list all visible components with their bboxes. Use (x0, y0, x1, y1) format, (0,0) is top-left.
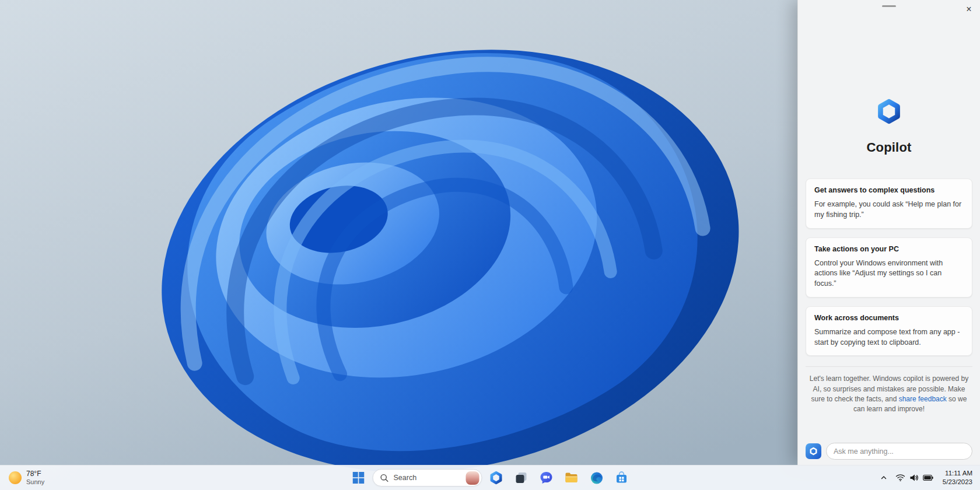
card-title: Get answers to complex questions (814, 186, 964, 194)
taskbar-app-store[interactable] (611, 467, 633, 489)
card-title: Take actions on your PC (814, 245, 964, 253)
system-status-button[interactable] (891, 468, 937, 488)
ask-input-row (798, 443, 980, 466)
card-body: Summarize and compose text from any app … (814, 327, 964, 348)
weather-widget-button[interactable]: 78°F Sunny (4, 467, 50, 489)
copilot-taskbar-icon (489, 471, 503, 485)
card-body: For example, you could ask “Help me plan… (814, 200, 964, 220)
search-daily-image (466, 471, 480, 485)
intro-card-answers: Get answers to complex questions For exa… (806, 178, 972, 229)
hidden-icons-button[interactable] (877, 468, 890, 488)
copilot-logo-icon (876, 98, 902, 125)
intro-cards: Get answers to complex questions For exa… (806, 178, 972, 356)
disclaimer-text: Let's learn together. Windows copilot is… (808, 374, 970, 415)
taskbar: 78°F Sunny Search (0, 465, 980, 490)
edge-browser-icon (590, 471, 603, 485)
clock-button[interactable]: 11:11 AM 5/23/2023 (939, 468, 977, 488)
copilot-sidebar-panel: × Copilot Get answers to complex questio… (797, 0, 980, 466)
taskbar-app-edge[interactable] (586, 467, 608, 489)
weather-condition: Sunny (26, 478, 44, 486)
tray-time: 11:11 AM (943, 469, 972, 478)
divider (806, 366, 972, 367)
sun-icon (9, 471, 22, 484)
copilot-mini-icon (809, 447, 818, 456)
intro-card-documents: Work across documents Summarize and comp… (806, 306, 972, 356)
close-button[interactable]: × (961, 2, 977, 17)
taskbar-app-file-explorer[interactable] (561, 467, 583, 489)
taskbar-app-copilot[interactable] (485, 467, 508, 489)
ask-anything-input[interactable] (826, 443, 972, 460)
search-label: Search (394, 474, 461, 482)
intro-card-actions: Take actions on your PC Control your Win… (806, 237, 972, 298)
panel-title: Copilot (798, 140, 980, 155)
share-feedback-link[interactable]: share feedback (899, 395, 947, 403)
weather-text: 78°F Sunny (26, 470, 44, 485)
panel-drag-handle[interactable] (882, 5, 896, 7)
search-icon (380, 474, 389, 482)
battery-icon (923, 474, 933, 481)
task-view-icon (514, 471, 528, 485)
microsoft-store-icon (615, 471, 629, 485)
chevron-up-icon (880, 474, 887, 481)
clock-text: 11:11 AM 5/23/2023 (943, 469, 972, 487)
weather-temperature: 78°F (26, 470, 44, 478)
system-tray: 11:11 AM 5/23/2023 (877, 467, 977, 489)
card-body: Control your Windows environment with ac… (814, 258, 964, 289)
chat-bubble-icon (540, 471, 554, 485)
card-title: Work across documents (814, 314, 964, 322)
taskbar-app-task-view[interactable] (510, 467, 533, 489)
search-box[interactable]: Search (373, 469, 482, 487)
volume-icon (909, 474, 919, 482)
windows-logo-icon (353, 472, 365, 484)
taskbar-app-chat[interactable] (536, 467, 558, 489)
wifi-icon (895, 474, 905, 482)
close-icon: × (966, 4, 971, 15)
folder-icon (565, 471, 579, 485)
tray-date: 5/23/2023 (943, 478, 972, 487)
taskbar-center-group: Search (348, 466, 633, 490)
copilot-input-logo-button[interactable] (806, 443, 821, 459)
start-button[interactable] (348, 467, 370, 489)
